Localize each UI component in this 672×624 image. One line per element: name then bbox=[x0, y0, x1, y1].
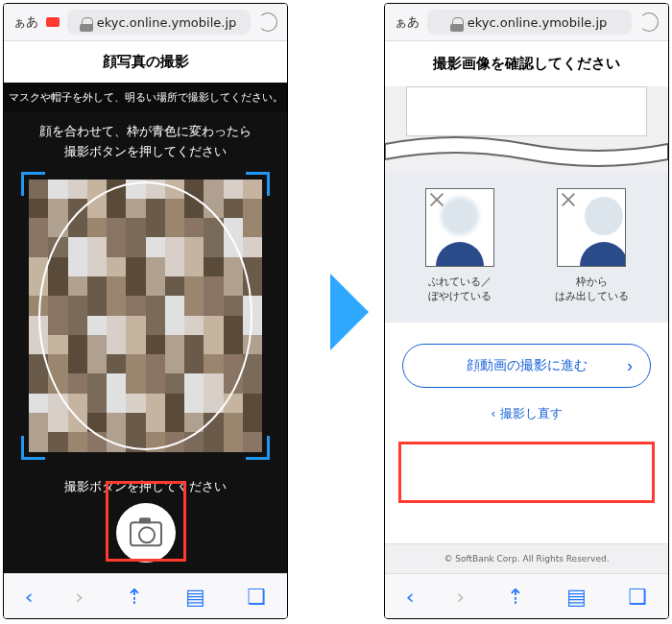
back-icon[interactable]: ‹ bbox=[406, 585, 415, 609]
copyright: © SoftBank Corp. All Rights Reserved. bbox=[385, 543, 668, 573]
lock-icon bbox=[82, 17, 93, 28]
share-icon[interactable]: ⇡ bbox=[507, 585, 524, 609]
refresh-icon[interactable] bbox=[639, 12, 659, 32]
highlight-box bbox=[106, 481, 186, 562]
bookmarks-icon[interactable]: ▤ bbox=[566, 585, 587, 609]
url-text: ekyc.online.ymobile.jp bbox=[468, 15, 608, 30]
text-size[interactable]: ぁあ bbox=[13, 13, 38, 31]
retake-link[interactable]: 撮影し直す bbox=[402, 405, 651, 422]
page-title: 撮影画像を確認してください bbox=[385, 41, 668, 86]
url-bar[interactable]: ekyc.online.ymobile.jp bbox=[427, 10, 632, 35]
button-area: 顔動画の撮影に進む 撮影し直す bbox=[385, 323, 668, 543]
frame-corner bbox=[246, 172, 270, 196]
x-icon bbox=[560, 191, 577, 208]
frame-corner bbox=[21, 172, 45, 196]
truncation-wave bbox=[385, 131, 668, 173]
confirm-screen: 撮影画像を確認してください ぶれている／ぼやけている 枠からはみ出している 顔動… bbox=[385, 41, 668, 573]
share-icon[interactable]: ⇡ bbox=[126, 585, 143, 609]
instruction-1: マスクや帽子を外して、明るい場所で撮影してください。 bbox=[4, 83, 287, 112]
lock-icon bbox=[452, 17, 464, 28]
flow-arrow-icon bbox=[330, 274, 369, 350]
x-icon bbox=[428, 191, 445, 208]
bookmarks-icon[interactable]: ▤ bbox=[185, 585, 205, 609]
ng-examples: ぶれている／ぼやけている 枠からはみ出している bbox=[385, 173, 668, 323]
url-bar[interactable]: ekyc.online.ymobile.jp bbox=[67, 10, 251, 35]
phone-left: ぁあ ekyc.online.ymobile.jp 顔写真の撮影 マスクや帽子を… bbox=[3, 3, 288, 619]
captured-image-slot bbox=[406, 86, 647, 136]
phone-right: ぁあ ekyc.online.ymobile.jp 撮影画像を確認してください … bbox=[384, 3, 669, 619]
tabs-icon[interactable]: ❑ bbox=[628, 585, 647, 609]
highlight-box bbox=[398, 442, 655, 503]
back-icon[interactable]: ‹ bbox=[25, 585, 34, 609]
frame-corner bbox=[21, 436, 45, 460]
text-size[interactable]: ぁあ bbox=[395, 13, 420, 31]
proceed-button[interactable]: 顔動画の撮影に進む bbox=[402, 344, 651, 388]
face-illustration bbox=[425, 188, 494, 267]
tabs-icon[interactable]: ❑ bbox=[247, 585, 266, 609]
record-icon bbox=[46, 17, 60, 27]
browser-toolbar: ‹ › ⇡ ▤ ❑ bbox=[385, 573, 668, 618]
refresh-icon[interactable] bbox=[258, 12, 277, 32]
browser-bar: ぁあ ekyc.online.ymobile.jp bbox=[4, 4, 287, 41]
camera-screen: 顔写真の撮影 マスクや帽子を外して、明るい場所で撮影してください。 顔を合わせて… bbox=[4, 41, 287, 573]
example-blurry: ぶれている／ぼやけている bbox=[425, 188, 494, 303]
face-illustration bbox=[557, 188, 626, 267]
forward-icon: › bbox=[75, 585, 84, 609]
page-title: 顔写真の撮影 bbox=[4, 41, 287, 83]
instruction-2: 顔を合わせて、枠が青色に変わったら撮影ボタンを押してください bbox=[4, 112, 287, 172]
face-oval-guide bbox=[38, 181, 252, 450]
forward-icon: › bbox=[456, 585, 465, 609]
url-text: ekyc.online.ymobile.jp bbox=[97, 15, 237, 30]
camera-viewfinder bbox=[21, 172, 270, 460]
example-outofframe: 枠からはみ出している bbox=[555, 188, 629, 303]
browser-toolbar: ‹ › ⇡ ▤ ❑ bbox=[4, 573, 287, 618]
frame-corner bbox=[246, 436, 270, 460]
shutter-area: 撮影ボタンを押してください bbox=[4, 478, 287, 565]
browser-bar: ぁあ ekyc.online.ymobile.jp bbox=[385, 4, 668, 41]
